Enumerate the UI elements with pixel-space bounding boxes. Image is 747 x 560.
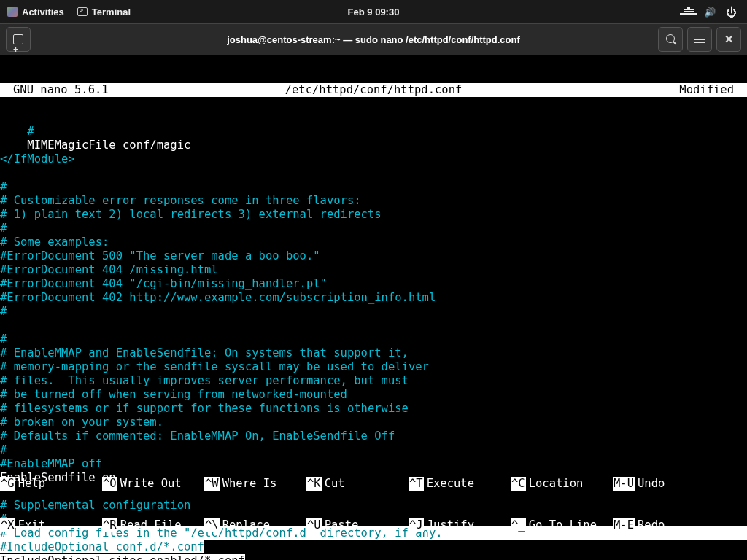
shortcut-key: ^X [0, 518, 15, 532]
nano-shortcut: ^TExecute [409, 477, 511, 491]
editor-line[interactable]: # [0, 180, 747, 194]
shortcut-key: ^U [306, 518, 322, 532]
editor-line[interactable]: # filesystems or if support for these fu… [0, 402, 747, 416]
nano-shortcut: ^OWrite Out [102, 477, 204, 491]
editor-line[interactable]: # [0, 125, 747, 139]
editor-line[interactable]: # broken on your system. [0, 416, 747, 429]
shortcut-key: M-E [613, 518, 635, 532]
app-menu-terminal[interactable]: Terminal [77, 7, 131, 18]
terminal-content[interactable]: GNU nano 5.6.1 /etc/httpd/conf/httpd.con… [0, 55, 747, 560]
nano-shortcut: ^XExit [0, 518, 102, 532]
editor-line[interactable]: # memory-mapping or the sendfile syscall… [0, 360, 747, 374]
shortcut-label: Write Out [117, 477, 182, 491]
new-tab-icon [13, 34, 23, 44]
network-icon[interactable] [684, 7, 694, 17]
shortcut-label: Read File [117, 518, 182, 532]
activities-label: Activities [22, 7, 64, 18]
window-title: joshua@centos-stream:~ — sudo nano /etc/… [227, 34, 520, 45]
nano-shortcut: M-UUndo [613, 477, 715, 491]
editor-line[interactable] [0, 319, 747, 332]
terminal-headerbar: joshua@centos-stream:~ — sudo nano /etc/… [0, 23, 747, 55]
shortcut-label: Exit [15, 518, 45, 532]
activities-button[interactable]: Activities [7, 7, 64, 18]
editor-line[interactable]: </IfModule> [0, 152, 747, 166]
editor-line[interactable]: # files. This usually improves server pe… [0, 374, 747, 388]
shortcut-label: Cut [322, 477, 345, 491]
shortcut-label: Execute [424, 477, 474, 491]
editor-line[interactable]: # [0, 222, 747, 236]
search-button[interactable] [658, 27, 683, 52]
shortcut-label: Location [526, 477, 584, 491]
nano-shortcut: ^UPaste [306, 518, 409, 532]
close-icon [724, 33, 734, 46]
app-menu-label: Terminal [92, 7, 131, 18]
activities-icon [7, 7, 18, 17]
terminal-icon [77, 7, 88, 16]
shortcut-key: ^T [409, 477, 424, 491]
editor-line[interactable]: # [0, 305, 747, 319]
nano-file-name: /etc/httpd/conf/httpd.conf [0, 83, 747, 97]
shortcut-key: ^G [0, 477, 15, 491]
shortcut-label: Help [15, 477, 45, 491]
nano-shortcut: ^_Go To Line [511, 518, 613, 532]
shortcut-key: M-U [613, 477, 635, 491]
nano-shortcut: ^CLocation [511, 477, 613, 491]
new-tab-button[interactable] [6, 27, 31, 52]
nano-shortcut: ^RRead File [102, 518, 204, 532]
shortcut-label: Replace [220, 518, 270, 532]
search-icon [666, 34, 675, 44]
shortcut-key: ^J [409, 518, 424, 532]
nano-shortcut: M-ERedo [613, 518, 715, 532]
editor-line[interactable]: # be turned off when serving from networ… [0, 388, 747, 402]
close-button[interactable] [716, 27, 741, 52]
editor-line[interactable] [0, 166, 747, 180]
shortcut-key: ^W [204, 477, 220, 491]
shortcut-key: ^R [102, 518, 117, 532]
nano-header: GNU nano 5.6.1 /etc/httpd/conf/httpd.con… [0, 83, 747, 97]
editor-line[interactable]: # EnableMMAP and EnableSendfile: On syst… [0, 346, 747, 360]
shortcut-key: ^K [306, 477, 322, 491]
shortcut-label: Redo [635, 518, 665, 532]
editor-line[interactable]: # Some examples: [0, 236, 747, 249]
editor-line[interactable]: # 1) plain text 2) local redirects 3) ex… [0, 208, 747, 222]
editor-line[interactable]: #ErrorDocument 404 "/cgi-bin/missing_han… [0, 277, 747, 291]
hamburger-icon [694, 36, 705, 44]
shortcut-label: Where Is [220, 477, 277, 491]
nano-shortcut: ^JJustify [409, 518, 511, 532]
nano-shortcuts: ^GHelp^OWrite Out^WWhere Is^KCut^TExecut… [0, 449, 747, 560]
editor-line[interactable]: #ErrorDocument 404 /missing.html [0, 263, 747, 277]
editor-line[interactable]: #ErrorDocument 402 http://www.example.co… [0, 291, 747, 305]
editor-line[interactable]: #ErrorDocument 500 "The server made a bo… [0, 249, 747, 263]
gnome-topbar: Activities Terminal Feb 9 09:30 [0, 0, 747, 23]
editor-line[interactable]: MIMEMagicFile conf/magic [0, 139, 747, 152]
shortcut-label: Justify [424, 518, 474, 532]
shortcut-key: ^O [102, 477, 117, 491]
editor-line[interactable]: # [0, 332, 747, 346]
shortcut-label: Go To Line [526, 518, 597, 532]
editor-line[interactable]: # Customizable error responses come in t… [0, 194, 747, 208]
nano-shortcut: ^GHelp [0, 477, 102, 491]
nano-shortcut: ^WWhere Is [204, 477, 306, 491]
volume-icon[interactable] [704, 7, 716, 18]
nano-shortcut: ^KCut [306, 477, 409, 491]
shortcut-label: Undo [635, 477, 665, 491]
shortcut-label: Paste [322, 518, 359, 532]
shortcut-key: ^\ [204, 518, 220, 532]
nano-shortcut: ^\Replace [204, 518, 306, 532]
editor-line[interactable]: # Defaults if commented: EnableMMAP On, … [0, 429, 747, 443]
shortcut-key: ^_ [511, 518, 526, 532]
shortcut-key: ^C [511, 477, 526, 491]
menu-button[interactable] [687, 27, 712, 52]
power-icon[interactable] [726, 6, 737, 18]
clock[interactable]: Feb 9 09:30 [348, 7, 400, 18]
